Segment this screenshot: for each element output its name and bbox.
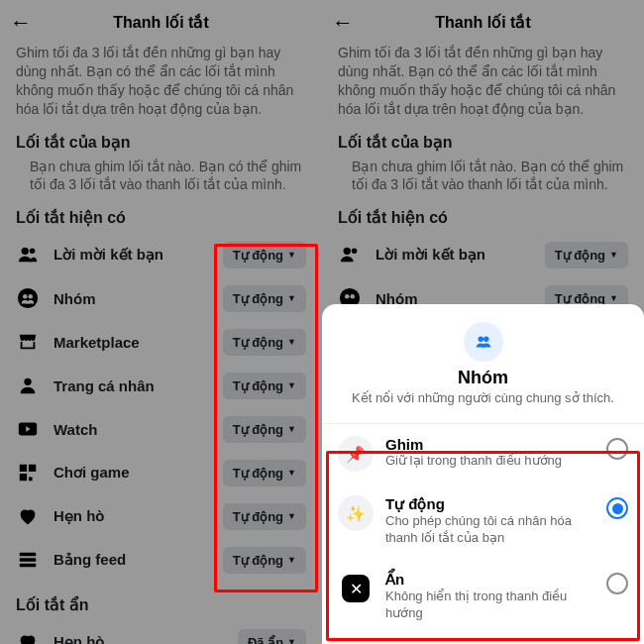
chevron-down-icon: ▼ [287,337,296,347]
option-title: Tự động [385,495,594,513]
svg-point-0 [22,248,29,255]
svg-rect-8 [20,559,37,563]
shortcut-row: Watch Tự động▼ [16,407,306,451]
groups-icon [16,286,40,310]
shortcut-label: Lời mời kết bạn [54,246,223,264]
svg-rect-7 [20,553,37,557]
chevron-down-icon: ▼ [287,555,296,565]
sheet-groups-icon [464,322,503,362]
radio-unselected[interactable] [606,438,628,460]
shortcut-label: Watch [54,421,223,438]
shortcut-row: Hẹn hò Đã ẩn▼ [16,620,306,644]
your-shortcuts-heading: Lối tắt của bạn [16,133,306,152]
profile-icon [16,374,40,397]
option-hide[interactable]: ✕ Ẩn Không hiển thị trong thanh điều hướ… [322,559,644,634]
shortcut-row: Hẹn hò Tự động▼ [16,494,306,538]
shortcut-row: Lời mời kết bạn Tự động▼ [16,233,306,276]
hidden-shortcuts-heading: Lối tắt ẩn [16,595,306,614]
wand-icon: ✨ [338,495,374,531]
chevron-down-icon: ▼ [287,293,296,303]
chevron-down-icon: ▼ [287,468,296,478]
svg-rect-9 [20,564,37,568]
shortcut-row: Marketplace Tự động▼ [16,320,306,364]
option-title: Ẩn [385,571,594,589]
dating-icon [16,504,40,528]
feeds-icon [16,548,40,572]
chevron-down-icon: ▼ [287,511,296,521]
svg-point-4 [28,294,33,299]
svg-point-2 [18,288,38,308]
shortcut-row: Trang cá nhân Tự động▼ [16,364,306,407]
option-pin[interactable]: 📌 Ghim Giữ lại trong thanh điều hướng [322,424,644,483]
current-shortcuts-heading: Lối tắt hiện có [16,208,306,227]
pin-icon: 📌 [338,436,374,472]
option-desc: Giữ lại trong thanh điều hướng [385,453,594,470]
sheet-title: Nhóm [342,368,624,388]
sheet-subtitle: Kết nối với những người cùng chung sở th… [342,390,624,405]
gaming-icon [16,461,40,484]
option-title: Ghim [385,436,594,453]
shortcut-label: Nhóm [54,290,223,307]
shortcut-label: Bảng feed [54,551,223,569]
radio-unselected[interactable] [606,573,628,594]
option-desc: Không hiển thị trong thanh điều hướng [385,589,594,622]
shortcut-label: Hẹn hò [54,633,238,644]
shortcut-dropdown[interactable]: Đã ẩn▼ [238,629,306,644]
shortcut-dropdown[interactable]: Tự động▼ [223,242,306,268]
shortcut-label: Trang cá nhân [54,377,223,394]
shortcut-dropdown[interactable]: Tự động▼ [223,547,306,574]
chevron-down-icon: ▼ [287,250,296,260]
svg-point-5 [24,378,31,385]
friend-requests-icon [16,243,40,267]
svg-point-16 [483,337,489,343]
svg-point-3 [23,294,28,299]
shortcut-label: Hẹn hò [54,507,223,525]
shortcut-row: Chơi game Tự động▼ [16,451,306,494]
shortcut-label: Marketplace [54,334,223,351]
option-desc: Cho phép chúng tôi cá nhân hóa thanh lối… [385,513,594,547]
shortcut-dropdown[interactable]: Tự động▼ [223,329,306,356]
shortcut-dropdown[interactable]: Tự động▼ [223,416,306,443]
svg-point-15 [478,337,483,343]
shortcut-row: Nhóm Tự động▼ [16,276,306,320]
marketplace-icon [16,330,40,354]
shortcut-dropdown[interactable]: Tự động▼ [223,373,306,399]
dating-icon [16,630,40,644]
chevron-down-icon: ▼ [287,424,296,434]
shortcut-dropdown[interactable]: Tự động▼ [223,285,306,312]
option-auto[interactable]: ✨ Tự động Cho phép chúng tôi cá nhân hóa… [322,483,644,559]
chevron-down-icon: ▼ [287,380,296,390]
action-sheet: Nhóm Kết nối với những người cùng chung … [322,304,644,644]
chevron-down-icon: ▼ [287,637,296,644]
shortcut-dropdown[interactable]: Tự động▼ [223,460,306,486]
radio-selected[interactable] [606,497,628,519]
watch-icon [16,417,40,441]
page-title: Thanh lối tắt [113,13,208,32]
intro-text: Ghim tối đa 3 lối tắt đền những gì bạn h… [16,44,306,119]
shortcut-row: Bảng feed Tự động▼ [16,538,306,582]
shortcut-label: Chơi game [54,464,223,482]
your-shortcuts-empty: Bạn chưa ghim lối tắt nào. Bạn có thể gh… [30,158,306,195]
hide-icon: ✕ [342,575,370,602]
svg-point-1 [30,249,36,255]
shortcut-dropdown[interactable]: Tự động▼ [223,503,306,530]
back-icon[interactable]: ← [10,10,32,36]
